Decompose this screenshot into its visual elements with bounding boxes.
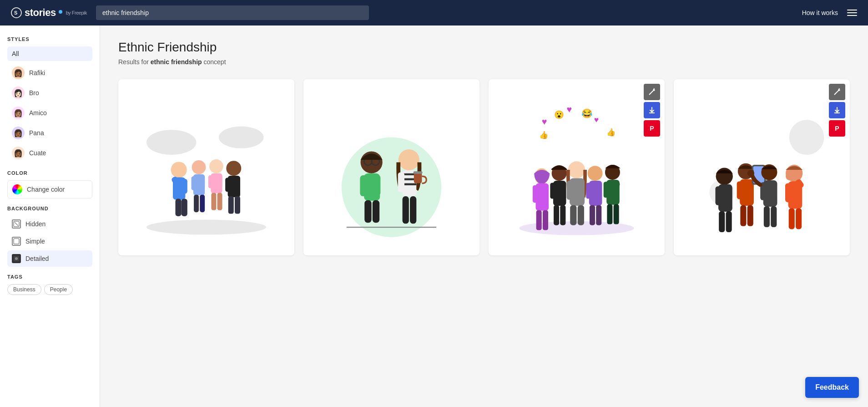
svg-rect-116 [769,182,776,199]
svg-rect-85 [590,205,595,225]
sidebar-item-cuate[interactable]: 👩🏾 Cuate [7,143,92,163]
card-3-pinterest-btn[interactable]: P [644,120,660,137]
svg-rect-54 [414,171,423,173]
results-suffix: concept [202,58,226,66]
svg-rect-83 [586,183,592,198]
svg-rect-66 [541,185,547,202]
svg-point-22 [209,159,223,173]
how-it-works-link[interactable]: How it works [802,9,838,16]
bro-label: Bro [29,89,39,97]
svg-point-8 [146,130,197,155]
svg-text:♥: ♥ [594,115,599,124]
illustration-card-3[interactable]: ♥ 😮 ♥ 😂 ♥ 👍 👍 [489,79,665,255]
svg-rect-84 [595,182,601,198]
hamburger-line-3 [847,15,857,16]
svg-rect-24 [208,175,213,188]
svg-rect-19 [200,176,205,190]
wand-icon-2 [833,88,841,96]
svg-point-75 [568,161,585,178]
wand-icon [648,88,656,96]
bg-detailed[interactable]: Detailed [7,250,92,267]
bg-simple[interactable]: Simple [7,233,92,249]
search-input[interactable] [96,5,369,20]
card-4-customize-btn[interactable] [829,84,845,100]
svg-text:♥: ♥ [542,117,547,127]
sidebar-item-rafiki[interactable]: 👩🏾 Rafiki [7,63,92,83]
svg-rect-86 [596,205,601,225]
svg-rect-31 [234,177,240,191]
svg-rect-77 [567,181,573,200]
svg-rect-72 [559,182,565,198]
hamburger-menu[interactable] [847,10,857,16]
svg-rect-30 [225,178,231,192]
svg-rect-14 [176,199,182,216]
svg-rect-100 [716,186,722,205]
svg-rect-79 [570,205,576,225]
svg-point-10 [171,162,187,178]
svg-point-119 [747,170,754,177]
card-4-download-btn[interactable] [829,102,845,118]
card-4-pinterest-btn[interactable]: P [829,120,845,137]
svg-text:S: S [14,10,17,15]
logo[interactable]: S stories by Freepik [11,7,87,19]
sidebar-item-amico[interactable]: 👩🏽 Amico [7,103,92,123]
svg-rect-108 [740,205,746,226]
logo-dot [59,10,62,14]
bg-hidden[interactable]: Hidden [7,216,92,232]
simple-label: Simple [25,238,45,245]
pana-label: Pana [29,129,44,137]
feedback-button[interactable]: Feedback [805,377,859,398]
svg-point-6 [15,257,18,260]
svg-rect-68 [543,210,548,230]
svg-rect-65 [533,185,539,203]
svg-rect-125 [789,208,795,229]
styles-section-title: STYLES [7,36,92,42]
change-color-button[interactable]: Change color [7,180,92,198]
sidebar-item-pana[interactable]: 👩🏾 Pana [7,123,92,143]
illustration-3-svg: ♥ 😮 ♥ 😂 ♥ 👍 👍 [502,92,651,242]
logo-text: stories [25,7,56,19]
illustration-card-2[interactable] [303,79,479,255]
results-text: Results for ethnic friendship concept [118,58,850,66]
svg-point-124 [786,172,794,180]
tags-section-title: TAGS [7,274,92,280]
style-all[interactable]: All [7,46,92,61]
card-3-customize-btn[interactable] [644,84,660,100]
cuate-avatar: 👩🏾 [12,147,25,159]
illustration-1-svg [131,92,281,242]
svg-point-45 [399,149,419,170]
svg-rect-21 [200,195,205,212]
svg-rect-102 [719,211,725,232]
svg-rect-92 [614,204,619,224]
illustration-card-1[interactable] [118,79,294,255]
svg-rect-80 [578,205,584,225]
pana-avatar: 👩🏾 [12,127,25,139]
amico-avatar: 👩🏽 [12,107,25,119]
svg-line-3 [15,222,18,226]
svg-rect-67 [536,210,542,230]
svg-point-96 [789,120,824,155]
svg-line-127 [834,90,839,95]
sidebar-item-bro[interactable]: 👩🏻 Bro [7,83,92,103]
tag-business[interactable]: Business [7,284,41,295]
svg-rect-44 [373,200,379,223]
svg-rect-73 [554,205,559,225]
svg-point-28 [226,161,241,176]
svg-rect-49 [403,183,417,185]
svg-rect-42 [373,175,380,196]
cuate-label: Cuate [29,149,46,157]
svg-rect-101 [724,186,731,205]
svg-rect-13 [182,179,187,194]
card-3-download-btn[interactable] [644,102,660,118]
svg-rect-50 [398,172,404,192]
card-3-actions: P [644,84,660,137]
change-color-label: Change color [27,186,65,193]
results-prefix: Results for [118,58,151,66]
tag-people[interactable]: People [44,284,73,295]
svg-rect-109 [747,205,753,226]
illustration-card-4[interactable]: P [674,79,850,255]
svg-rect-26 [211,193,216,210]
svg-rect-122 [785,183,792,203]
simple-icon [12,237,21,246]
main-layout: STYLES All 👩🏾 Rafiki 👩🏻 Bro 👩🏽 Amico 👩🏾 … [0,25,868,407]
